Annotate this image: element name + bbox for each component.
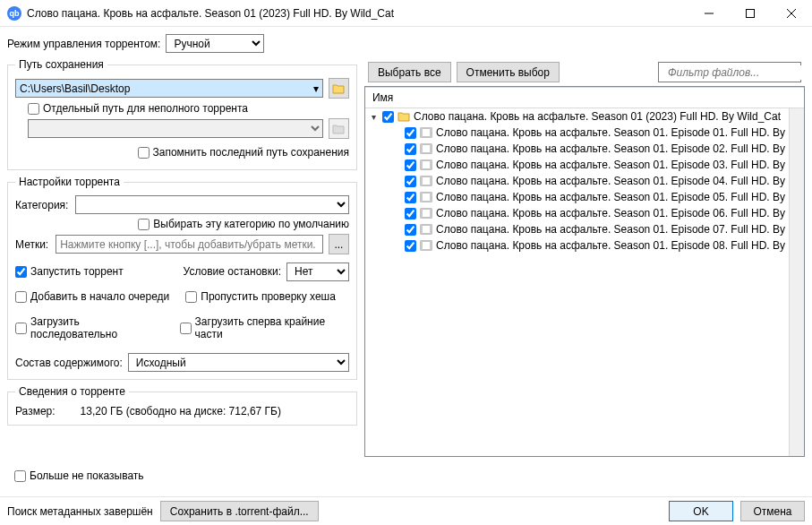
layout-select[interactable]: Исходный [128, 353, 349, 372]
tree-file-label: Слово пацана. Кровь на асфальте. Season … [436, 126, 785, 139]
save-torrent-button[interactable]: Сохранить в .torrent-файл... [160, 501, 319, 521]
tree-root-checkbox[interactable] [382, 111, 394, 123]
titlebar: qb Слово пацана. Кровь на асфальте. Seas… [0, 0, 812, 27]
dont-show-label: Больше не показывать [30, 469, 144, 482]
layout-label: Состав содержимого: [15, 357, 123, 369]
svg-rect-28 [421, 241, 423, 250]
tree-file-row[interactable]: Слово пацана. Кровь на асфальте. Season … [365, 189, 789, 205]
status-text: Поиск метаданных завершён [7, 505, 153, 518]
svg-rect-25 [421, 225, 423, 234]
tree-file-checkbox[interactable] [405, 208, 416, 219]
video-file-icon [420, 207, 432, 219]
stop-condition-label: Условие остановки: [184, 265, 281, 278]
skip-hash-checkbox[interactable] [185, 291, 197, 303]
maximize-button[interactable] [730, 0, 771, 27]
filter-wrapper [658, 62, 801, 82]
info-legend: Сведения о торренте [15, 385, 129, 398]
sequential-checkbox[interactable] [15, 323, 27, 334]
collapse-icon[interactable]: ▾ [369, 112, 379, 122]
remember-path-label: Запомнить последний путь сохранения [153, 146, 349, 159]
tree-file-row[interactable]: Слово пацана. Кровь на асфальте. Season … [365, 141, 789, 157]
tree-file-label: Слово пацана. Кровь на асфальте. Season … [436, 239, 785, 252]
svg-rect-16 [421, 176, 423, 185]
incomplete-path-select [28, 119, 323, 138]
video-file-icon [420, 175, 432, 187]
tree-file-label: Слово пацана. Кровь на асфальте. Season … [436, 142, 785, 155]
tree-root-row[interactable]: ▾Слово пацана. Кровь на асфальте. Season… [365, 108, 789, 125]
svg-rect-8 [430, 128, 432, 137]
window-title: Слово пацана. Кровь на асфальте. Season … [27, 7, 688, 20]
video-file-icon [420, 142, 432, 155]
tree-file-checkbox[interactable] [405, 224, 416, 236]
tree-file-checkbox[interactable] [405, 143, 416, 155]
tree-file-row[interactable]: Слово пацана. Кровь на асфальте. Season … [365, 221, 789, 237]
tree-file-label: Слово пацана. Кровь на асфальте. Season … [436, 191, 785, 203]
close-button[interactable] [771, 0, 812, 27]
tree-file-checkbox[interactable] [405, 127, 416, 139]
svg-rect-26 [430, 225, 432, 234]
tags-browse-button[interactable]: ... [329, 234, 349, 254]
add-top-checkbox[interactable] [15, 291, 27, 303]
filter-input[interactable] [666, 65, 805, 80]
tree-file-label: Слово пацана. Кровь на асфальте. Season … [436, 223, 785, 236]
tree-file-row[interactable]: Слово пацана. Кровь на асфальте. Season … [365, 205, 789, 221]
category-select[interactable] [75, 195, 349, 214]
tree-file-row[interactable]: Слово пацана. Кровь на асфальте. Season … [365, 237, 789, 254]
edge-pieces-checkbox[interactable] [180, 323, 192, 334]
sequential-label: Загрузить последовательно [30, 315, 164, 340]
deselect-all-button[interactable]: Отменить выбор [457, 62, 560, 82]
folder-icon [397, 110, 410, 123]
start-torrent-checkbox[interactable] [15, 266, 27, 278]
category-default-label: Выбирать эту категорию по умолчанию [153, 218, 349, 230]
tree-file-checkbox[interactable] [405, 176, 416, 187]
video-file-icon [420, 239, 432, 252]
video-file-icon [420, 126, 432, 139]
browse-folder-button[interactable] [329, 78, 349, 99]
start-torrent-label: Запустить торрент [30, 265, 124, 278]
ok-button[interactable]: OK [669, 501, 733, 521]
scrollbar[interactable] [789, 108, 804, 456]
tags-input[interactable] [56, 235, 323, 254]
add-top-label: Добавить в начало очереди [30, 290, 169, 303]
tree-file-checkbox[interactable] [405, 159, 416, 171]
svg-rect-29 [430, 241, 432, 250]
separate-path-checkbox[interactable] [28, 103, 39, 115]
svg-rect-20 [430, 193, 432, 202]
settings-legend: Настройки торрента [15, 176, 124, 188]
tree-file-row[interactable]: Слово пацана. Кровь на асфальте. Season … [365, 157, 789, 173]
svg-rect-19 [421, 193, 423, 202]
size-value: 13,20 ГБ (свободно на диске: 712,67 ГБ) [81, 405, 281, 417]
tags-label: Метки: [15, 238, 48, 251]
category-default-checkbox[interactable] [138, 219, 150, 230]
video-file-icon [420, 223, 432, 236]
remember-path-checkbox[interactable] [138, 147, 150, 159]
chevron-down-icon[interactable]: ▾ [313, 82, 319, 95]
video-file-icon [420, 191, 432, 203]
size-label: Размер: [15, 405, 56, 417]
svg-rect-14 [430, 160, 432, 169]
tree-file-checkbox[interactable] [405, 240, 416, 252]
mode-select[interactable]: Ручной [166, 34, 264, 53]
svg-rect-23 [430, 209, 432, 218]
browse-incomplete-button [329, 118, 349, 139]
save-path-input[interactable]: C:\Users\Basil\Desktop ▾ [15, 79, 323, 98]
svg-rect-17 [430, 176, 432, 185]
tree-file-checkbox[interactable] [405, 192, 416, 203]
tree-header-name[interactable]: Имя [365, 87, 804, 108]
svg-rect-22 [421, 209, 423, 218]
mode-label: Режим управления торрентом: [7, 38, 160, 50]
svg-rect-13 [421, 160, 423, 169]
file-tree[interactable]: ▾Слово пацана. Кровь на асфальте. Season… [365, 108, 789, 456]
select-all-button[interactable]: Выбрать все [368, 62, 451, 82]
tree-file-label: Слово пацана. Кровь на асфальте. Season … [436, 207, 785, 219]
separate-path-label: Отдельный путь для неполного торрента [43, 102, 248, 115]
cancel-button[interactable]: Отмена [740, 501, 805, 521]
stop-condition-select[interactable]: Нет [286, 262, 349, 281]
tree-file-row[interactable]: Слово пацана. Кровь на асфальте. Season … [365, 173, 789, 189]
torrent-settings-group: Настройки торрента Категория: Выбирать э… [7, 176, 357, 380]
tree-file-label: Слово пацана. Кровь на асфальте. Season … [436, 159, 785, 171]
dont-show-checkbox[interactable] [14, 470, 26, 482]
minimize-button[interactable] [688, 0, 730, 27]
tree-file-row[interactable]: Слово пацана. Кровь на асфальте. Season … [365, 125, 789, 141]
torrent-info-group: Сведения о торренте Размер: 13,20 ГБ (св… [7, 385, 357, 426]
